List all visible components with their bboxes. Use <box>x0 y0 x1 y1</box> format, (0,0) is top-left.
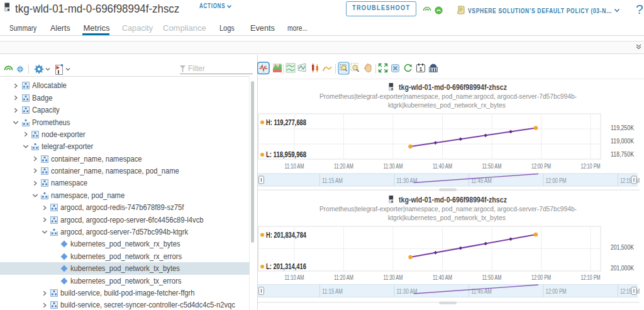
svg-text:ktgrk|kubernetes_pod_network_r: ktgrk|kubernetes_pod_network_rx_bytes <box>388 101 506 109</box>
svg-text:Prometheus|telegraf-exporter|n: Prometheus|telegraf-exporter|namespace, … <box>319 92 577 100</box>
svg-text:ktgrk|kubernetes_pod_network_t: ktgrk|kubernetes_pod_network_tx_bytes <box>388 214 506 221</box>
svg-text:12:00 PM: 12:00 PM <box>546 287 567 295</box>
svg-text:11:40 AM: 11:40 AM <box>433 274 452 281</box>
svg-text:11:30 AM: 11:30 AM <box>384 162 403 170</box>
svg-text:H: 119,277,688: H: 119,277,688 <box>266 118 306 127</box>
svg-text:12:00 PM: 12:00 PM <box>531 162 551 170</box>
svg-text:11:50 AM: 11:50 AM <box>482 162 502 170</box>
svg-text:119,000K: 119,000K <box>611 137 635 145</box>
svg-text:11:10 AM: 11:10 AM <box>285 274 304 281</box>
svg-text:12:00 PM: 12:00 PM <box>531 274 551 281</box>
svg-text:201,000K: 201,000K <box>611 264 635 272</box>
svg-text:Prometheus|telegraf-exporter|n: Prometheus|telegraf-exporter|namespace, … <box>319 205 577 213</box>
svg-text:tkg-wld-01-md-0-696f98994f-zhs: tkg-wld-01-md-0-696f98994f-zhscz <box>399 195 507 204</box>
svg-text:H: 201,834,784: H: 201,834,784 <box>266 231 306 240</box>
svg-text:11:20 AM: 11:20 AM <box>334 274 353 281</box>
svg-text:11:30 AM: 11:30 AM <box>384 274 403 281</box>
svg-text:12:00 PM: 12:00 PM <box>546 177 567 184</box>
svg-text:11:40 AM: 11:40 AM <box>433 162 452 170</box>
svg-text:11:15 AM: 11:15 AM <box>322 177 343 184</box>
svg-text:L: 118,959,968: L: 118,959,968 <box>266 150 306 159</box>
svg-text:11:15 AM: 11:15 AM <box>322 287 343 295</box>
svg-text:119,250K: 119,250K <box>611 124 635 131</box>
svg-text:118,750K: 118,750K <box>611 150 635 158</box>
svg-text:12:10 PM: 12:10 PM <box>581 274 601 281</box>
svg-text:tkg-wld-01-md-0-696f98994f-zhs: tkg-wld-01-md-0-696f98994f-zhscz <box>399 82 507 92</box>
svg-text:11:10 AM: 11:10 AM <box>285 162 304 170</box>
svg-text:201,500K: 201,500K <box>611 243 635 251</box>
svg-text:11:20 AM: 11:20 AM <box>334 162 353 170</box>
svg-text:L: 201,314,416: L: 201,314,416 <box>266 262 306 271</box>
svg-text:11:50 AM: 11:50 AM <box>482 274 502 281</box>
svg-text:12:10 PM: 12:10 PM <box>581 162 601 170</box>
svg-text:1: 1 <box>419 66 422 72</box>
